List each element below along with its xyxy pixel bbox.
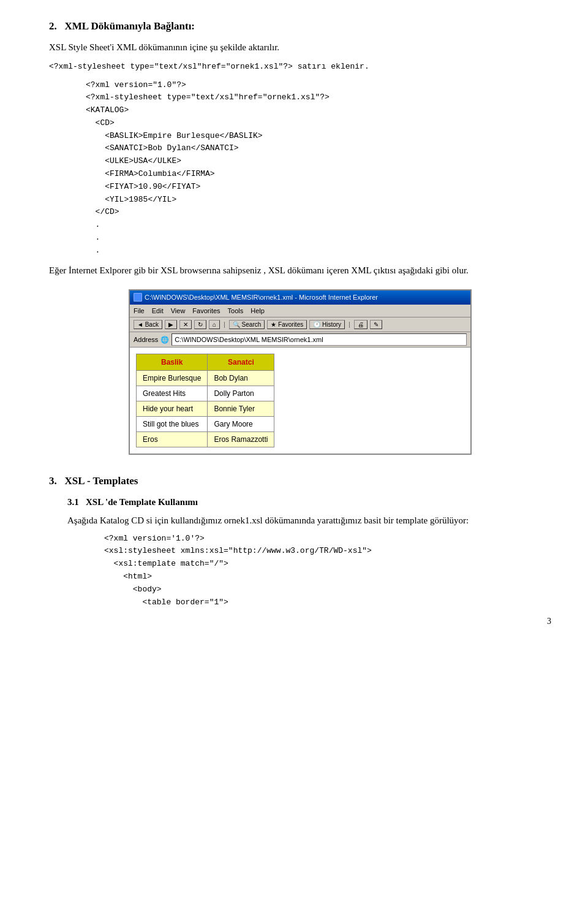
browser-content: Baslik Sanatci Empire Burlesque Bob Dyla…: [130, 348, 470, 454]
intro-paragraph: XSL Style Sheet'i XML dökümanının içine …: [49, 40, 551, 55]
home-button[interactable]: ⌂: [209, 320, 220, 329]
table-row: Greatest Hits Dolly Parton: [137, 386, 274, 401]
forward-button[interactable]: ▶: [165, 320, 177, 329]
code-block-1: <?xml version="1.0"?> <?xml-stylesheet t…: [86, 79, 551, 257]
table-row: Eros Eros Ramazzotti: [137, 432, 274, 447]
browser-menubar: File Edit View Favorites Tools Help: [130, 305, 470, 318]
section3-heading: 3. XSL - Templates: [49, 473, 551, 489]
browser-screenshot: C:\WINDOWS\Desktop\XML MEMSIR\ornek1.xml…: [129, 289, 472, 455]
table-cell: Eros: [137, 432, 208, 447]
address-label: Address: [134, 335, 158, 345]
table-row: Still got the blues Gary Moore: [137, 417, 274, 432]
search-button[interactable]: 🔍 Search: [229, 320, 265, 329]
table-row: Hide your heart Bonnie Tyler: [137, 401, 274, 417]
menu-favorites[interactable]: Favorites: [192, 306, 220, 316]
separator1: |: [224, 319, 225, 330]
browser-title: C:\WINDOWS\Desktop\XML MEMSIR\ornek1.xml…: [145, 292, 378, 303]
table-cell: Gary Moore: [208, 417, 274, 432]
edit-button[interactable]: ✎: [370, 320, 382, 329]
table-cell: Bob Dylan: [208, 371, 274, 386]
print-button[interactable]: 🖨: [354, 320, 368, 329]
menu-view[interactable]: View: [171, 306, 186, 316]
table-cell: Dolly Parton: [208, 386, 274, 401]
table-header-baslik: Baslik: [137, 354, 208, 371]
browser-titlebar: C:\WINDOWS\Desktop\XML MEMSIR\ornek1.xml…: [130, 291, 470, 305]
table-cell: Eros Ramazzotti: [208, 432, 274, 447]
stop-button[interactable]: ✕: [179, 320, 192, 329]
menu-help[interactable]: Help: [251, 306, 265, 316]
table-cell: Empire Burlesque: [137, 371, 208, 386]
section2-heading: 2. XML Dökümanıyla Bağlantı:: [49, 18, 551, 34]
table-header-sanatci: Sanatci: [208, 354, 274, 371]
code-block-2: <?xml version='1.0'?> <xsl:stylesheet xm…: [104, 533, 551, 609]
back-button[interactable]: ◄ Back: [134, 320, 162, 329]
address-icon: 🌐: [160, 335, 169, 345]
menu-file[interactable]: File: [134, 306, 145, 316]
browser-addressbar: Address 🌐 C:\WINDOWS\Desktop\XML MEMSIR\…: [130, 332, 470, 348]
menu-edit[interactable]: Edit: [152, 306, 164, 316]
table-cell: Greatest Hits: [137, 386, 208, 401]
xml-instruction: <?xml-stylesheet type="text/xsl"href="or…: [49, 59, 551, 73]
subsection31-heading: 3.1 XSL 'de Template Kullanımı: [67, 495, 551, 509]
table-cell: Still got the blues: [137, 417, 208, 432]
favorites-button[interactable]: ★ Favorites: [267, 320, 307, 329]
history-button[interactable]: 🕐 History: [309, 320, 345, 329]
refresh-button[interactable]: ↻: [194, 320, 206, 329]
address-input[interactable]: C:\WINDOWS\Desktop\XML MEMSIR\ornek1.xml: [172, 333, 467, 346]
ie-icon: [134, 293, 142, 302]
table-cell: Hide your heart: [137, 401, 208, 417]
page-number: 3: [49, 615, 551, 628]
browser-toolbar: ◄ Back ▶ ✕ ↻ ⌂ | 🔍 Search ★ Favorites 🕐 …: [130, 317, 470, 332]
table-cell: Bonnie Tyler: [208, 401, 274, 417]
subsection31-text: Aşağıda Katalog CD si için kullandığımız…: [67, 514, 551, 528]
separator2: |: [349, 319, 350, 330]
explanation-paragraph: Eğer İnternet Exlporer gib bir XSL brows…: [49, 264, 551, 278]
table-row: Empire Burlesque Bob Dylan: [137, 371, 274, 386]
xml-output-table: Baslik Sanatci Empire Burlesque Bob Dyla…: [136, 354, 274, 447]
menu-tools[interactable]: Tools: [228, 306, 244, 316]
